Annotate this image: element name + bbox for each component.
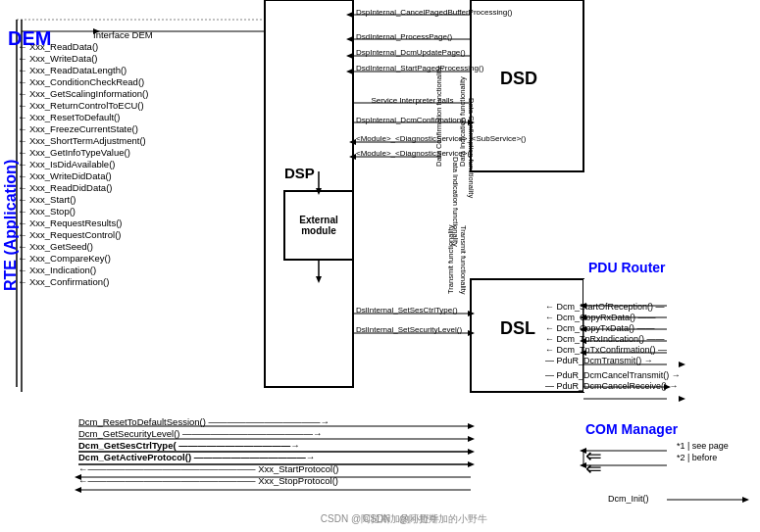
dsp-label: DSP bbox=[284, 165, 315, 181]
service-interpreter: Service Interpreter calls bbox=[356, 96, 469, 105]
svg-text:Transmit functionality: Transmit functionality bbox=[459, 225, 468, 295]
pdu-router-label: PDU Router bbox=[588, 260, 666, 275]
svg-marker-33 bbox=[468, 330, 475, 336]
dem-functions-list: Xxx_ReadData() Xxx_WriteData() Xxx_ReadD… bbox=[18, 41, 148, 287]
dem-func-freezecurrent: Xxx_FreezeCurrentState() bbox=[18, 123, 148, 134]
pdu-copy-rx: ← Dcm_CopyRxData() —— bbox=[545, 313, 681, 322]
dem-func-shorttermadj: Xxx_ShortTermAdjustment() bbox=[18, 135, 148, 146]
dem-func-getscaling: Xxx_GetScalingInformation() bbox=[18, 88, 148, 99]
com-arrow-2: ⇐ bbox=[585, 457, 602, 480]
dem-func-readdatalength: Xxx_ReadDataLength() bbox=[18, 65, 148, 75]
dsd-label: DSD bbox=[500, 69, 537, 89]
svg-marker-63 bbox=[679, 396, 685, 402]
dem-func-comparekey: Xxx_CompareKey() bbox=[18, 253, 148, 264]
dem-func-stop: Xxx_Stop() bbox=[18, 206, 148, 217]
svg-marker-17 bbox=[346, 69, 353, 74]
dem-func-returncontrol: Xxx_ReturnControlToECU() bbox=[18, 100, 148, 111]
dem-func-isDidAvail: Xxx_IsDidAvailable() bbox=[18, 159, 148, 169]
signal-diag: <Module>_<DiagnosticService>() bbox=[356, 149, 473, 158]
pdu-transmit: — PduR_DcmTransmit() → bbox=[545, 356, 681, 365]
svg-marker-13 bbox=[346, 36, 353, 42]
signal-setses: DslInternal_SetSesCtrlType() bbox=[356, 306, 458, 314]
dem-func-readdata: Xxx_ReadData() bbox=[18, 41, 148, 52]
com-note-1: *1 | see page bbox=[677, 441, 729, 451]
dem-func-requestresults: Xxx_RequestResults() bbox=[18, 218, 148, 228]
signal-dcm-confirmation: DspInternal_DcmConfirmation() bbox=[356, 116, 466, 124]
dsl-label: DSL bbox=[500, 318, 535, 339]
dcm-get-ses-ctrl: Dcm_GetSesCtrlType( ————————————→ bbox=[78, 440, 339, 451]
svg-marker-31 bbox=[468, 311, 475, 316]
dem-func-writeDid: Xxx_WriteDidData() bbox=[18, 170, 148, 181]
svg-marker-45 bbox=[75, 487, 81, 493]
pdu-functions-list: ← Dcm_StartOfReception() — ← Dcm_CopyRxD… bbox=[545, 302, 681, 391]
dem-func-indication: Xxx_Indication() bbox=[18, 265, 148, 275]
csdn-label: CSDN @阿拉斯加的小野牛 bbox=[363, 512, 487, 526]
xxx-stop-protocol: ←—————————————————— Xxx_StopProtocol() bbox=[78, 475, 339, 486]
pdu-start-reception: ← Dcm_StartOfReception() — bbox=[545, 302, 681, 312]
dcm-reset-session: Dcm_ResetToDefaultSession() ————————————… bbox=[78, 416, 339, 427]
diagram-container: Data Confirmation functionality Transmit… bbox=[0, 0, 760, 532]
svg-marker-35 bbox=[468, 423, 475, 429]
signal-process-page: DsdInternal_ProcessPage() bbox=[356, 32, 452, 41]
dcm-get-security: Dcm_GetSecurityLevel() ——————————————→ bbox=[78, 428, 339, 439]
signal-update-page: DspInternal_DcmUpdatePage() bbox=[356, 48, 466, 57]
svg-marker-41 bbox=[468, 461, 475, 467]
dem-func-getinfotype: Xxx_GetInfoTypeValue() bbox=[18, 147, 148, 158]
dem-func-requestcontrol: Xxx_RequestControl() bbox=[18, 229, 148, 240]
signal-setsec: DslInternal_SetSecurityLevel() bbox=[356, 325, 462, 334]
dem-func-readDid: Xxx_ReadDidData() bbox=[18, 182, 148, 193]
svg-marker-29 bbox=[316, 276, 322, 283]
dcm-init-label: Dcm_Init() bbox=[608, 494, 649, 504]
dcm-get-active: Dcm_GetActiveProtocol() ————————————→ bbox=[78, 452, 339, 462]
com-manager-label: COM Manager bbox=[585, 421, 678, 437]
signal-cancel-paged: DspInternal_CancelPagedBufferProcessing(… bbox=[356, 8, 513, 17]
external-module-label: External module bbox=[299, 215, 337, 236]
dem-func-writedata: Xxx_WriteData() bbox=[18, 53, 148, 64]
bottom-functions-list: Dcm_ResetToDefaultSession() ————————————… bbox=[78, 416, 339, 486]
transmit-text: Transmit functionality bbox=[446, 186, 455, 294]
dem-func-confirmation: Xxx_Confirmation() bbox=[18, 276, 148, 287]
svg-marker-15 bbox=[346, 53, 353, 59]
data-confirmation-text: Data Confirmation functionality bbox=[434, 59, 443, 167]
svg-marker-24 bbox=[349, 154, 356, 160]
svg-marker-20 bbox=[468, 120, 475, 125]
svg-marker-70 bbox=[742, 497, 749, 503]
xxx-start-protocol: ←—————————————————— Xxx_StartProtocol() bbox=[78, 463, 339, 474]
com-note-2: *2 | before bbox=[677, 453, 717, 462]
data-indication-text: Data Indication functionality bbox=[458, 29, 467, 167]
interface-dem-label: Interface DEM bbox=[93, 29, 153, 40]
pdu-cancel-transmit: — PduR_DcmCancelTransmit() → bbox=[545, 370, 681, 380]
dem-func-getseed: Xxx_GetSeed() bbox=[18, 241, 148, 252]
external-module-box: External module bbox=[284, 191, 353, 260]
svg-marker-37 bbox=[468, 436, 475, 442]
svg-marker-39 bbox=[468, 449, 475, 455]
pdu-cancel-receive: — PduR_DcmCancelReceive() → bbox=[545, 381, 681, 391]
pdu-copy-tx: ← Dcm_CopyTxData() —— bbox=[545, 323, 681, 333]
dem-func-resettodefault: Xxx_ResetToDefault() bbox=[18, 112, 148, 122]
dem-func-start: Xxx_Start() bbox=[18, 194, 148, 205]
pdu-tp-tx-conf: ← Dcm_TpTxConfirmation() — bbox=[545, 345, 681, 355]
svg-marker-11 bbox=[346, 12, 353, 18]
dem-func-conditioncheckread: Xxx_ConditionCheckRead() bbox=[18, 76, 148, 87]
svg-marker-22 bbox=[349, 139, 356, 145]
pdu-tp-rx-ind: ← Dcm_TpRxIndication() —— bbox=[545, 334, 681, 344]
